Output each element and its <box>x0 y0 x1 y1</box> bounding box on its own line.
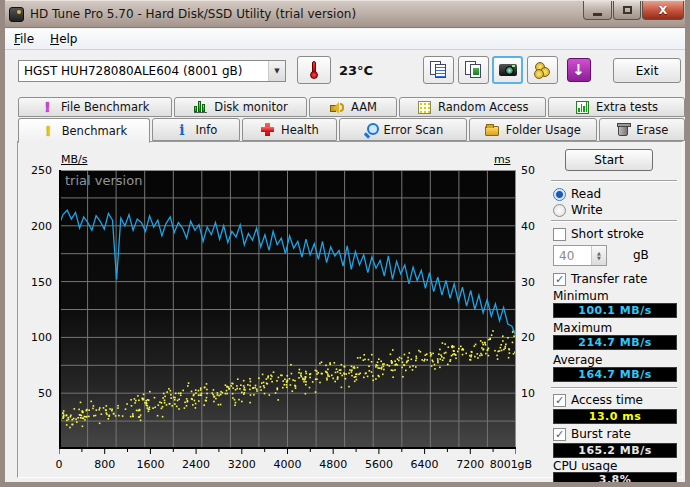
title-bar[interactable]: HD Tune Pro 5.70 - Hard Disk/SSD Utility… <box>0 0 690 28</box>
minimum-label: Minimum <box>553 289 609 303</box>
tab-label: Info <box>195 123 217 137</box>
copy-image-icon <box>465 61 483 79</box>
tab-aam[interactable]: AAM <box>309 97 397 117</box>
folder-icon <box>485 122 500 137</box>
read-radio[interactable]: Read <box>553 187 601 201</box>
spinner-buttons[interactable]: ▲▼ <box>591 246 606 265</box>
tab-folder-usage[interactable]: Folder Usage <box>469 118 597 141</box>
speaker-icon <box>330 100 345 115</box>
short-stroke-size-input[interactable]: 40 ▲▼ <box>553 245 607 266</box>
tab-label: Erase <box>636 123 668 137</box>
start-label: Start <box>594 153 623 167</box>
temperature-button[interactable] <box>297 56 331 84</box>
red-cross-icon <box>260 122 275 137</box>
screenshot-button[interactable] <box>492 56 523 84</box>
maximize-button[interactable] <box>613 1 641 20</box>
tab-row-upper: ! File Benchmark Disk monitor AAM Random… <box>18 97 685 117</box>
close-icon: X <box>659 4 667 17</box>
donate-button[interactable] <box>527 56 558 84</box>
checkbox-unchecked-icon <box>553 228 566 241</box>
access-time-value: 13.0 ms <box>553 409 677 424</box>
tab-label: Disk monitor <box>214 100 287 114</box>
left-tick: 250 <box>22 164 52 177</box>
info-icon: i <box>174 122 189 137</box>
left-tick: 100 <box>22 331 52 344</box>
tab-extra-tests[interactable]: Extra tests <box>548 97 685 117</box>
start-button[interactable]: Start <box>565 149 653 171</box>
right-tick: 50 <box>521 164 545 177</box>
tab-file-benchmark[interactable]: ! File Benchmark <box>18 97 172 117</box>
window-title: HD Tune Pro 5.70 - Hard Disk/SSD Utility… <box>30 7 356 21</box>
checkbox-checked-icon: ✓ <box>553 273 566 286</box>
right-tick: 20 <box>521 331 545 344</box>
cpu-usage-value: 3.8% <box>553 472 677 487</box>
tab-random-access[interactable]: Random Access <box>399 97 546 117</box>
tab-label: Error Scan <box>384 123 444 137</box>
minimize-button[interactable] <box>583 1 612 20</box>
mini-chart-icon <box>575 100 590 115</box>
tab-label: Folder Usage <box>506 123 581 137</box>
burst-rate-checkbox[interactable]: ✓ Burst rate <box>553 427 631 441</box>
cpu-usage-label: CPU usage <box>553 459 617 473</box>
menu-help[interactable]: Help <box>42 30 85 48</box>
transfer-rate-checkbox[interactable]: ✓ Transfer rate <box>553 272 647 286</box>
burst-rate-value: 165.2 MB/s <box>553 443 677 458</box>
separator <box>551 180 677 182</box>
exclamation-yellow-icon: ! <box>41 123 56 138</box>
x-tick: 8001gB <box>490 458 533 471</box>
access-time-checkbox[interactable]: ✓ Access time <box>553 393 643 407</box>
x-tick: 0 <box>56 458 63 471</box>
thermometer-icon <box>310 61 318 79</box>
average-label: Average <box>553 353 602 367</box>
left-axis-title: MB/s <box>61 153 87 166</box>
tab-label: Random Access <box>438 100 529 114</box>
tab-label: Extra tests <box>596 100 658 114</box>
copy-text-button[interactable] <box>423 56 454 84</box>
tab-error-scan[interactable]: Error Scan <box>339 118 467 141</box>
read-label: Read <box>571 187 601 201</box>
tab-disk-monitor[interactable]: Disk monitor <box>174 97 308 117</box>
tab-benchmark[interactable]: ! Benchmark <box>18 118 150 143</box>
exit-button[interactable]: Exit <box>613 58 681 83</box>
tab-label: AAM <box>351 100 377 114</box>
menu-bar: File Help <box>0 29 690 50</box>
minimum-value: 100.1 MB/s <box>553 303 677 318</box>
x-tick: 2400 <box>182 458 210 471</box>
x-tick: 3200 <box>228 458 256 471</box>
coins-icon <box>534 62 552 78</box>
close-button[interactable]: X <box>642 1 684 20</box>
menu-help-rest: elp <box>59 32 77 46</box>
write-label: Write <box>571 203 603 217</box>
download-icon: ↓ <box>567 58 591 82</box>
tab-info[interactable]: i Info <box>152 118 240 141</box>
trial-watermark: trial version <box>65 173 142 188</box>
right-tick: 30 <box>521 276 545 289</box>
drive-select-value: HGST HUH728080ALE604 (8001 gB) <box>19 64 268 78</box>
x-tick: 7200 <box>456 458 484 471</box>
download-button[interactable]: ↓ <box>563 56 594 84</box>
drive-select[interactable]: HGST HUH728080ALE604 (8001 gB) ▼ <box>18 60 286 82</box>
write-radio[interactable]: Write <box>553 203 603 217</box>
copy-text-icon <box>430 61 448 79</box>
copy-image-button[interactable] <box>458 56 489 84</box>
tab-health[interactable]: Health <box>242 118 337 141</box>
control-column: Start Read Write Short stroke 40 ▲▼ gB ✓… <box>551 142 681 479</box>
minimize-icon <box>593 13 602 16</box>
short-stroke-checkbox[interactable]: Short stroke <box>553 227 644 241</box>
right-tick: 10 <box>521 387 545 400</box>
benchmark-chart: trial version <box>59 170 516 455</box>
chart-plot <box>59 170 516 455</box>
burst-rate-label: Burst rate <box>571 427 631 441</box>
chevron-down-icon[interactable]: ▼ <box>268 61 285 81</box>
left-tick: 50 <box>22 387 52 400</box>
menu-file[interactable]: File <box>6 30 42 48</box>
tab-erase[interactable]: Erase <box>599 118 685 141</box>
tab-row-lower: ! Benchmark i Info Health Error Scan Fol… <box>18 118 685 141</box>
maximum-value: 214.7 MB/s <box>553 335 677 350</box>
separator <box>551 387 677 389</box>
left-tick: 200 <box>22 220 52 233</box>
radio-selected-icon <box>553 188 566 201</box>
gb-unit-label: gB <box>633 248 649 262</box>
magnifier-icon <box>363 122 378 137</box>
maximum-label: Maximum <box>553 321 612 335</box>
